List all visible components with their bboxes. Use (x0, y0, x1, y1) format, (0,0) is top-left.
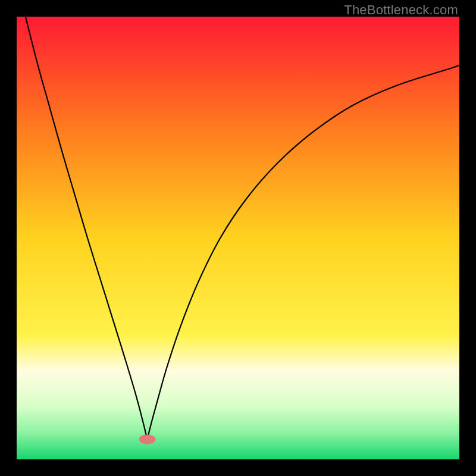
watermark-text: TheBottleneck.com (344, 2, 458, 18)
chart-frame (17, 17, 459, 459)
vertex-marker (139, 435, 155, 444)
chart-background (17, 17, 459, 459)
chart-svg (17, 17, 459, 459)
